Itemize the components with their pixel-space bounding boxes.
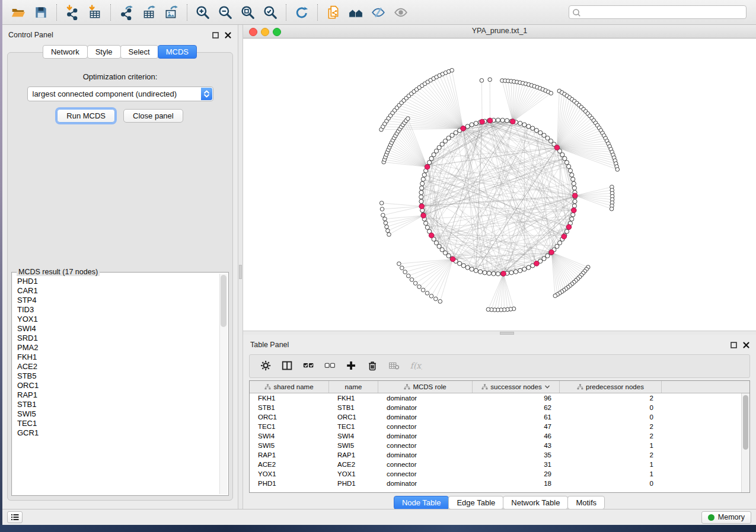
- tab-node-table[interactable]: Node Table: [394, 496, 449, 509]
- horizontal-splitter[interactable]: [243, 331, 756, 335]
- panel-chooser-button[interactable]: [7, 511, 23, 523]
- mcds-list-scrollbar[interactable]: [219, 274, 227, 494]
- close-panel-button[interactable]: Close panel: [123, 109, 183, 123]
- show-panels-icon[interactable]: [344, 2, 367, 23]
- tab-select[interactable]: Select: [120, 45, 158, 59]
- tab-style[interactable]: Style: [87, 45, 121, 59]
- column-header-MCDS-role[interactable]: MCDS role: [378, 381, 473, 393]
- splitter-grip[interactable]: [500, 332, 514, 335]
- mcds-result-item[interactable]: GCR1: [17, 428, 220, 438]
- save-session-icon[interactable]: [30, 2, 52, 23]
- tab-motifs[interactable]: Motifs: [567, 496, 605, 509]
- table-row[interactable]: YOX1YOX1connector291: [250, 469, 742, 479]
- search-input[interactable]: [569, 5, 747, 19]
- delete-table-icon[interactable]: [384, 357, 405, 375]
- tab-mcds[interactable]: MCDS: [158, 45, 197, 59]
- table-row[interactable]: ORC1ORC1dominator610: [250, 412, 742, 422]
- mcds-result-item[interactable]: STP4: [17, 296, 220, 305]
- open-session-icon[interactable]: [7, 2, 30, 23]
- desktop-wallpaper-bottom: [0, 525, 756, 532]
- scrollbar-thumb[interactable]: [743, 395, 748, 450]
- table-cell: PHD1: [250, 480, 329, 487]
- select-all-columns-icon[interactable]: [298, 357, 320, 375]
- select-stepper-icon: [201, 88, 212, 100]
- mcds-result-item[interactable]: PMA2: [17, 343, 220, 352]
- function-builder-icon[interactable]: f(x): [405, 357, 426, 375]
- export-image-icon[interactable]: [160, 2, 183, 23]
- zoom-selected-icon[interactable]: [259, 2, 282, 23]
- network-document-icon[interactable]: [322, 2, 344, 23]
- table-row[interactable]: ACE2ACE2connector311: [250, 460, 742, 469]
- splitter-grip[interactable]: [239, 265, 242, 279]
- table-row[interactable]: SWI4SWI4dominator462: [250, 431, 742, 441]
- table-row[interactable]: FKH1FKH1dominator962: [250, 393, 742, 403]
- table-scrollbar[interactable]: [741, 393, 749, 492]
- table-cell: TEC1: [329, 423, 378, 430]
- unselect-all-columns-icon[interactable]: [320, 357, 341, 375]
- network-graph-canvas[interactable]: [243, 39, 756, 331]
- table-cell: 2: [560, 432, 662, 440]
- table-cell: PHD1: [329, 480, 378, 487]
- table-row[interactable]: STB1STB1dominator620: [250, 403, 742, 412]
- mcds-result-item[interactable]: ORC1: [17, 381, 220, 390]
- import-network-icon[interactable]: [61, 2, 84, 23]
- split-columns-icon[interactable]: [277, 357, 298, 375]
- gear-icon[interactable]: [256, 357, 277, 375]
- mcds-result-item[interactable]: SWI5: [17, 409, 220, 419]
- float-panel-icon[interactable]: [730, 341, 738, 349]
- zoom-in-icon[interactable]: [192, 2, 214, 23]
- table-cell: 18: [473, 480, 560, 487]
- search-icon: [571, 7, 581, 20]
- close-panel-icon[interactable]: [742, 341, 750, 349]
- table-cell: 29: [473, 470, 560, 477]
- column-header-shared-name[interactable]: shared name: [250, 381, 329, 393]
- mcds-result-item[interactable]: SWI4: [17, 324, 220, 334]
- mcds-result-item[interactable]: TID3: [17, 305, 220, 315]
- tab-edge-table[interactable]: Edge Table: [448, 496, 503, 509]
- hide-graphics-icon[interactable]: [367, 2, 390, 23]
- show-graphics-icon[interactable]: [390, 2, 412, 23]
- tree-icon: [577, 384, 583, 390]
- memory-label: Memory: [718, 513, 745, 521]
- mcds-result-item[interactable]: STB1: [17, 400, 220, 409]
- mcds-result-item[interactable]: ACE2: [17, 362, 220, 371]
- apply-layout-icon[interactable]: [291, 2, 313, 23]
- mcds-result-item[interactable]: TEC1: [17, 419, 220, 428]
- export-table-icon[interactable]: [138, 2, 160, 23]
- table-row[interactable]: TEC1TEC1connector472: [250, 422, 742, 431]
- mcds-result-list[interactable]: PHD1CAR1STP4TID3YOX1SWI4SRD1PMA2FKH1ACE2…: [13, 275, 220, 494]
- tab-network-table[interactable]: Network Table: [503, 496, 568, 509]
- table-row[interactable]: SWI5SWI5connector431: [250, 441, 742, 450]
- mcds-result-item[interactable]: RAP1: [17, 390, 220, 400]
- table-cell: STB1: [329, 404, 378, 411]
- run-mcds-button[interactable]: Run MCDS: [57, 109, 115, 123]
- import-table-icon[interactable]: [84, 2, 106, 23]
- column-header-predecessor-nodes[interactable]: predecessor nodes: [560, 381, 662, 393]
- network-title: YPA_prune.txt_1: [243, 27, 756, 35]
- control-panel-header: Control Panel: [2, 25, 238, 43]
- mcds-result-item[interactable]: STB5: [17, 371, 220, 381]
- export-network-icon[interactable]: [115, 2, 138, 23]
- column-header-name[interactable]: name: [329, 381, 378, 393]
- delete-column-icon[interactable]: [362, 357, 384, 375]
- mcds-result-item[interactable]: SRD1: [17, 334, 220, 343]
- table-cell: connector: [378, 442, 473, 449]
- zoom-fit-icon[interactable]: [237, 2, 259, 23]
- mcds-result-item[interactable]: CAR1: [17, 286, 220, 296]
- mcds-result-item[interactable]: PHD1: [17, 277, 220, 286]
- column-header-successor-nodes[interactable]: successor nodes: [473, 381, 560, 393]
- table-row[interactable]: RAP1RAP1dominator352: [250, 450, 742, 460]
- tab-network[interactable]: Network: [43, 45, 88, 59]
- optimization-select[interactable]: largest connected component (undirected): [27, 86, 213, 101]
- close-panel-icon[interactable]: [224, 31, 232, 39]
- float-panel-icon[interactable]: [212, 31, 219, 39]
- cytoscape-window: Control Panel NetworkStyleSelectMCDS Opt…: [2, 0, 756, 525]
- table-row[interactable]: PHD1PHD1dominator180: [250, 479, 742, 488]
- mcds-result-item[interactable]: YOX1: [17, 315, 220, 324]
- tree-icon: [481, 384, 488, 390]
- zoom-out-icon[interactable]: [214, 2, 237, 23]
- add-column-icon[interactable]: [341, 357, 362, 375]
- vertical-splitter[interactable]: [238, 25, 243, 509]
- memory-button[interactable]: Memory: [701, 511, 751, 524]
- mcds-result-item[interactable]: FKH1: [17, 352, 220, 362]
